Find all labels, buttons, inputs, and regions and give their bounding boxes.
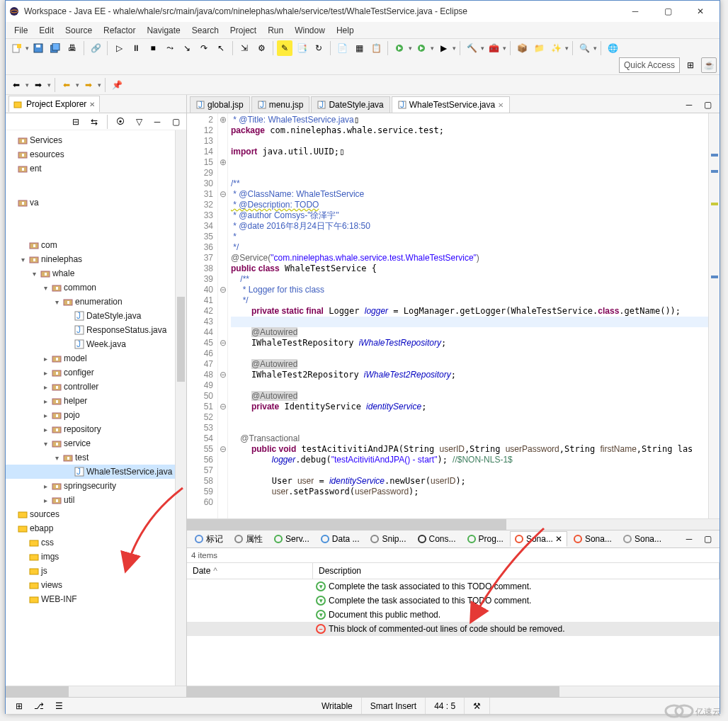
view-menu-icon[interactable]: ▽ xyxy=(131,114,147,130)
tree-row[interactable]: com xyxy=(6,238,186,252)
tree-row[interactable]: ▾whale xyxy=(6,266,186,280)
editor-min-icon[interactable]: ─ xyxy=(681,97,697,113)
run-button[interactable] xyxy=(414,40,429,56)
link-icon[interactable]: 🔗 xyxy=(88,40,103,56)
tree-row[interactable]: sources xyxy=(6,507,186,521)
pe-close-icon[interactable]: ✕ xyxy=(89,101,95,108)
tree-row[interactable]: ▾common xyxy=(6,280,186,295)
tree-row[interactable]: va xyxy=(6,195,186,210)
step-into-icon[interactable]: ↘ xyxy=(179,40,195,56)
tree-row[interactable]: WEB-INF xyxy=(6,592,186,606)
new-button[interactable] xyxy=(8,40,24,56)
editor-hscroll[interactable] xyxy=(187,518,720,530)
bottom-tab[interactable]: Prog... xyxy=(462,531,508,547)
tree-row[interactable]: JDateStyle.java xyxy=(6,309,186,323)
menu-navigate[interactable]: Navigate xyxy=(141,23,186,38)
disconnect-icon[interactable]: ⤳ xyxy=(162,40,178,56)
tree-row[interactable]: ▸model xyxy=(6,351,186,365)
editor-tab[interactable]: Jglobal.jsp xyxy=(190,96,250,113)
search-icon[interactable]: 🔍 xyxy=(576,40,592,56)
bookmark-icon[interactable]: 📑 xyxy=(294,40,309,56)
issue-row[interactable]: ▾Document this public method. xyxy=(187,608,720,622)
save-all-button[interactable] xyxy=(47,40,63,56)
menu-run[interactable]: Run xyxy=(262,23,289,38)
bottom-tab[interactable]: Sona... xyxy=(618,531,666,547)
tab-close-icon[interactable]: ✕ xyxy=(498,101,504,109)
tree-row[interactable]: ent xyxy=(6,161,186,176)
new-server-icon[interactable]: 📄 xyxy=(334,40,350,56)
bottom-tab[interactable]: 标记 xyxy=(190,530,228,548)
tree-row[interactable]: ▸util xyxy=(6,493,186,507)
code-editor[interactable]: 2121314152930313233343536373839404142434… xyxy=(187,113,720,518)
terminate-icon[interactable]: ■ xyxy=(145,40,161,56)
overview-ruler[interactable] xyxy=(708,113,720,518)
menu-source[interactable]: Source xyxy=(59,23,98,38)
new-pkg-icon[interactable]: 📦 xyxy=(514,40,530,56)
menu-search[interactable]: Search xyxy=(186,23,224,38)
close-button[interactable]: ✕ xyxy=(684,1,717,22)
tree-row[interactable]: JResponseStatus.java xyxy=(6,323,186,337)
sb-icon-1[interactable]: ⊞ xyxy=(11,698,27,714)
project-explorer-tab[interactable]: Project Explorer ✕ xyxy=(8,96,100,112)
quick-access[interactable]: Quick Access xyxy=(619,57,680,73)
print-icon[interactable]: 🖶 xyxy=(64,40,80,56)
menu-edit[interactable]: Edit xyxy=(33,23,59,38)
tree-row[interactable]: ▸springsecurity xyxy=(6,479,186,493)
issue-row[interactable]: ▾Complete the task associated to this TO… xyxy=(187,579,720,594)
menu-file[interactable]: File xyxy=(8,23,33,38)
collapse-all-icon[interactable]: ⊟ xyxy=(68,114,84,130)
tab-close-icon[interactable]: ✕ xyxy=(555,534,562,544)
bottom-tab[interactable]: Snip... xyxy=(365,531,411,547)
bottom-tab[interactable]: Data ... xyxy=(316,531,365,547)
drop-frame-icon[interactable]: ⇲ xyxy=(237,40,252,56)
save-button[interactable] xyxy=(30,40,46,56)
maximize-button[interactable]: ▢ xyxy=(652,1,684,22)
run-last-icon[interactable]: ▶ xyxy=(436,40,451,56)
tree-row[interactable]: views xyxy=(6,578,186,592)
bottom-tab[interactable]: Cons... xyxy=(413,531,461,547)
minimize-view-icon[interactable]: ─ xyxy=(149,114,165,130)
back-icon[interactable]: ⬅ xyxy=(8,77,24,93)
tree-row[interactable]: ▾ninelephas xyxy=(6,252,186,266)
code-area[interactable]: * @Title: WhaleTestService.java▯ package… xyxy=(228,113,708,518)
tree-vscroll[interactable] xyxy=(175,130,186,686)
ext-tools-icon[interactable]: 🧰 xyxy=(486,40,501,56)
nav-back-icon[interactable]: ⬅ xyxy=(59,77,74,93)
restart-icon[interactable]: ↻ xyxy=(311,40,326,56)
class-icon[interactable]: 📋 xyxy=(368,40,384,56)
sb-icon-2[interactable]: ⎇ xyxy=(31,698,47,714)
maximize-view-icon[interactable]: ▢ xyxy=(168,114,183,130)
pin-icon[interactable]: 📌 xyxy=(109,77,125,93)
tree-row[interactable]: ▸controller xyxy=(6,380,186,394)
tree-row[interactable]: js xyxy=(6,564,186,578)
tree-row[interactable]: ▾test xyxy=(6,450,186,465)
bottom-tab[interactable]: 属性 xyxy=(229,530,268,548)
tree-row[interactable]: ▸helper xyxy=(6,394,186,408)
step-filter-icon[interactable]: ⚙ xyxy=(254,40,269,56)
perspective-javaee-icon[interactable]: ☕ xyxy=(701,57,717,73)
tree-row[interactable]: ▾service xyxy=(6,436,186,450)
menu-refactor[interactable]: Refactor xyxy=(98,23,141,38)
debug-button[interactable] xyxy=(392,40,407,56)
new-class-icon[interactable]: 📁 xyxy=(531,40,547,56)
bottom-max-icon[interactable]: ▢ xyxy=(700,531,715,547)
bottom-min-icon[interactable]: ─ xyxy=(681,531,697,547)
tree-row[interactable]: JWeek.java xyxy=(6,337,186,351)
perspective-open-icon[interactable]: ⊞ xyxy=(683,57,698,73)
task-icon[interactable]: ▦ xyxy=(351,40,367,56)
col-desc-header[interactable]: Description xyxy=(313,563,720,579)
tree-row[interactable]: css xyxy=(6,535,186,550)
focus-icon[interactable]: ⦿ xyxy=(113,114,128,130)
issue-row[interactable]: –This block of commented-out lines of co… xyxy=(187,622,720,636)
tree-row[interactable]: ▸pojo xyxy=(6,408,186,422)
editor-tab[interactable]: JWhaleTestService.java✕ xyxy=(392,96,510,113)
step-return-icon[interactable]: ↖ xyxy=(213,40,229,56)
step-over-icon[interactable]: ↷ xyxy=(196,40,212,56)
resume-icon[interactable]: ▷ xyxy=(111,40,127,56)
link-editor-icon[interactable]: ⇆ xyxy=(86,114,102,130)
forward-icon[interactable]: ➡ xyxy=(30,77,46,93)
tree-row[interactable]: ▸configer xyxy=(6,365,186,380)
web-icon[interactable]: 🌐 xyxy=(605,40,620,56)
issues-hscroll[interactable] xyxy=(187,686,720,697)
menu-window[interactable]: Window xyxy=(289,23,331,38)
